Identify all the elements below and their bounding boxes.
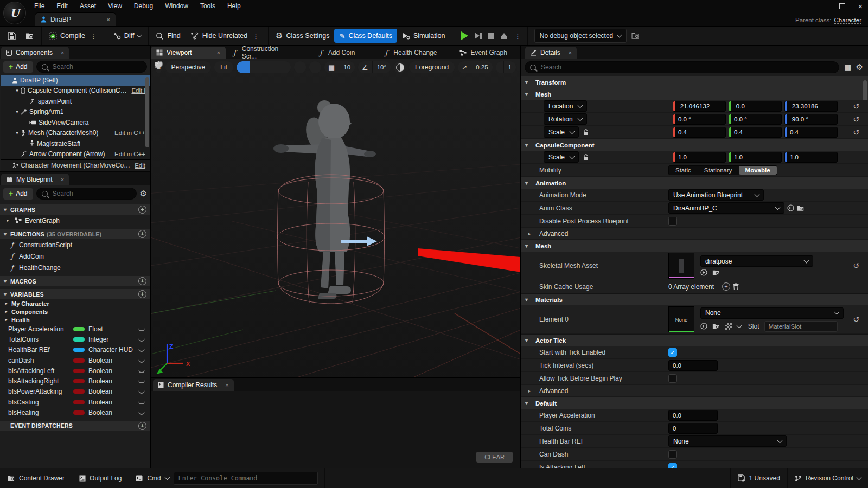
eye-closed-icon[interactable] [138, 358, 145, 363]
variable-category[interactable]: ▸Health [0, 316, 150, 324]
my-blueprint-search[interactable] [36, 188, 137, 200]
move-tool-icon[interactable] [250, 61, 264, 73]
add-section-item-icon[interactable]: + [138, 422, 146, 430]
expander-icon[interactable]: ▾ [14, 130, 21, 136]
function-item[interactable]: ƒConstructionScript [0, 239, 150, 251]
parent-class-link[interactable]: Character [834, 17, 862, 24]
component-tree-item[interactable]: SideViewCamera [1, 117, 150, 128]
simulation-button[interactable]: Simulation [397, 29, 450, 43]
debug-browse-button[interactable] [627, 29, 644, 43]
my-blueprint-search-input[interactable] [52, 189, 131, 198]
browse-asset-button[interactable] [21, 29, 39, 43]
variable-row[interactable]: bIsAttackingRight Boolean [0, 376, 150, 386]
camera-icon[interactable] [496, 61, 503, 73]
display-filter-icon[interactable]: ▦ [844, 63, 851, 72]
frame-skip-button[interactable] [471, 29, 485, 43]
add-section-item-icon[interactable]: + [138, 290, 146, 298]
details-section-mesh[interactable]: ▾Mesh [521, 88, 868, 100]
tab-close-icon[interactable]: × [61, 49, 64, 56]
component-tree-item[interactable]: DiraBP (Self) [1, 75, 150, 86]
edit-in-cpp-link[interactable]: Edit in C++ [111, 151, 145, 157]
scale-tool-icon[interactable] [277, 61, 291, 73]
allow-tick-before-begin-play-checkbox[interactable] [668, 374, 677, 383]
details-section-actor-tick[interactable]: ▾Actor Tick [521, 334, 868, 346]
tab-health-change[interactable]: ƒHealth Change [373, 47, 447, 59]
eye-closed-icon[interactable] [138, 327, 145, 331]
skeletal-mesh-dropdown[interactable]: diratpose [700, 255, 813, 267]
tab-compiler-results[interactable]: Compiler Results × [153, 379, 234, 391]
material-options-chevron-icon[interactable] [736, 323, 742, 328]
variable-row[interactable]: HealthBar REf Character HUD [0, 345, 150, 355]
material-thumbnail[interactable]: None [668, 306, 694, 332]
browse-to-asset-icon[interactable] [712, 269, 720, 276]
add-array-element-icon[interactable]: + [722, 282, 730, 291]
variable-row[interactable]: canDash Boolean [0, 355, 150, 365]
components-search[interactable] [36, 61, 147, 73]
add-section-item-icon[interactable]: + [138, 277, 146, 285]
y-value-field[interactable]: -0.0 [729, 101, 782, 112]
expander-icon[interactable]: ▸ [3, 301, 10, 306]
clear-button[interactable]: CLEAR [476, 452, 513, 463]
function-item[interactable]: ƒHealthChange [0, 262, 150, 273]
cmd-chevron-icon[interactable] [164, 475, 170, 480]
animation-mode-dropdown[interactable]: Use Animation Blueprint [668, 189, 764, 201]
material-slot-input[interactable]: MaterialSlot [764, 321, 838, 332]
asset-thumbnail[interactable] [668, 253, 694, 279]
use-selected-asset-icon[interactable] [700, 323, 707, 330]
disable-post-process-blueprint-checkbox[interactable] [668, 217, 677, 226]
tab-close-icon[interactable]: × [225, 382, 228, 388]
tab-close-icon[interactable]: × [217, 49, 220, 56]
expander-icon[interactable]: ▸ [3, 309, 10, 314]
menu-file[interactable]: File [28, 2, 50, 10]
close-icon[interactable]: × [857, 3, 864, 9]
trash-icon[interactable] [733, 283, 739, 290]
details-section-materials[interactable]: ▾Materials [521, 293, 868, 305]
compile-button[interactable]: Compile ⋮ [44, 29, 104, 43]
unsaved-button[interactable]: 1 Unsaved [730, 468, 787, 488]
eye-closed-icon[interactable] [138, 337, 145, 342]
expander-icon[interactable]: ▸ [3, 317, 10, 322]
rotation-snap-control[interactable]: ∠ 10° [358, 61, 391, 73]
start-with-tick-enabled-checkbox[interactable]: ✓ [668, 348, 677, 357]
stop-button[interactable] [485, 29, 497, 43]
variable-category[interactable]: ▸My Character [0, 299, 150, 307]
scale-snap-control[interactable]: ↗ 0.25 [458, 61, 492, 73]
settings-gear-icon[interactable]: ⚙ [856, 62, 863, 72]
gear-icon[interactable]: ⚙ [140, 189, 147, 198]
layer-dropdown[interactable]: Foreground [409, 61, 455, 73]
lock-open-icon[interactable] [583, 129, 589, 136]
advanced-expander[interactable]: ▸Advanced [521, 228, 868, 240]
component-tree-item[interactable]: Character Movement (CharMoveComp) Edit [1, 159, 150, 171]
console-command-input[interactable] [174, 472, 318, 485]
advanced-expander[interactable]: ▸Advanced [521, 385, 868, 397]
reset-to-default-button[interactable]: ↺ [853, 115, 859, 123]
reset-to-default-button[interactable]: ↺ [853, 129, 859, 136]
expander-icon[interactable]: ▾ [14, 88, 21, 93]
details-section-transform[interactable]: ▾Transform [521, 76, 868, 88]
y-value-field[interactable]: 1.0 [729, 152, 782, 163]
class-settings-button[interactable]: ⚙ Class Settings [271, 29, 334, 43]
angle-snap-icon[interactable]: ∠ [358, 61, 372, 73]
half-sphere-icon[interactable] [394, 61, 406, 73]
tab-close-icon[interactable]: × [61, 176, 64, 183]
player-acceleration-input[interactable]: 0.0 [668, 410, 718, 421]
scale-snap-icon[interactable]: ↗ [458, 61, 471, 73]
variable-row[interactable]: bIsPowerAttacking Boolean [0, 387, 150, 397]
x-value-field[interactable]: 1.0 [673, 152, 726, 163]
grid-snap-control[interactable]: ▦ 10 [324, 61, 355, 73]
details-section-default[interactable]: ▾Default [521, 397, 868, 409]
x-value-field[interactable]: -21.046132 [673, 101, 726, 112]
z-value-field[interactable]: -90.0 ° [784, 114, 838, 125]
scale-snap-value[interactable]: 0.25 [471, 61, 492, 73]
y-value-field[interactable]: 0.4 [729, 127, 782, 138]
tab-event-graph[interactable]: Event Graph [446, 47, 520, 59]
z-value-field[interactable]: 1.0 [784, 152, 838, 163]
expander-icon[interactable]: ▸ [4, 218, 11, 223]
tab-close-icon[interactable]: × [107, 16, 110, 23]
view-mode-dropdown[interactable]: Lit [214, 61, 233, 73]
rotation-snap-value[interactable]: 10° [372, 61, 391, 73]
axis-mode-dropdown[interactable]: Rotation [544, 113, 587, 125]
total-coins-input[interactable]: 0 [668, 423, 718, 434]
output-log-button[interactable]: Output Log [72, 468, 129, 488]
cmd-label[interactable]: Cmd [147, 474, 161, 482]
